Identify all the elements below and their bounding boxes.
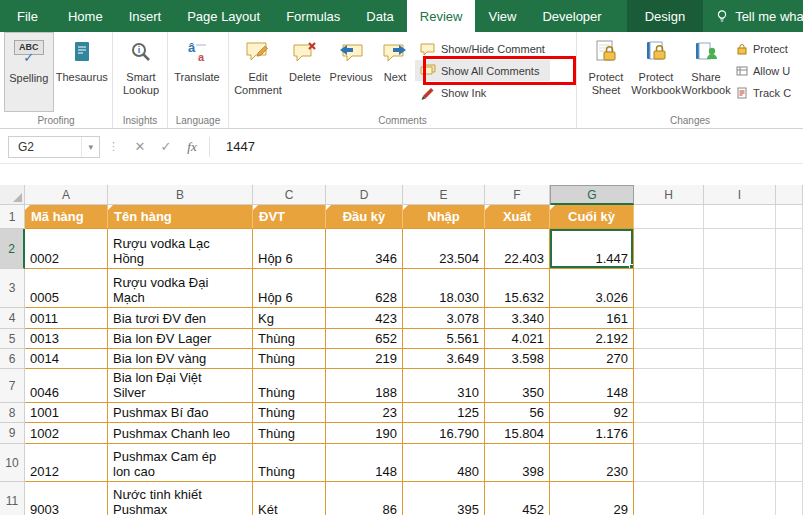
show-hide-comment-button[interactable]: Show/Hide Comment [415, 38, 550, 59]
protect-workbook-button[interactable]: Protect Workbook [631, 32, 681, 112]
protect-sheet-button[interactable]: Protect Sheet [581, 32, 631, 112]
row-header-1[interactable]: 1 [0, 205, 25, 229]
cell-D10[interactable]: 148 [326, 444, 403, 482]
cell-E5[interactable]: 5.561 [403, 329, 485, 349]
cell-D3[interactable]: 628 [326, 269, 403, 308]
row-header-9[interactable]: 9 [0, 423, 25, 444]
smart-lookup-button[interactable]: i Smart Lookup [117, 32, 165, 112]
spelling-button[interactable]: ABC ✓ Spelling [4, 32, 54, 112]
cell-C10[interactable]: Thùng [253, 444, 326, 482]
cell-J3[interactable] [776, 269, 803, 308]
cell-F2[interactable]: 22.403 [485, 229, 550, 269]
cell-A2[interactable]: 0002 [25, 229, 108, 269]
tell-me-box[interactable]: Tell me what you [703, 0, 803, 32]
track-changes-button[interactable]: Track C [731, 82, 796, 103]
cell-G2-selected[interactable]: 1.447 [550, 229, 634, 269]
cell-I1[interactable] [704, 205, 776, 229]
cell-C7[interactable]: Thùng [253, 369, 326, 403]
tab-design[interactable]: Design [627, 0, 703, 32]
next-comment-button[interactable]: Next [375, 32, 415, 112]
cell-A9[interactable]: 1002 [25, 423, 108, 444]
cell-F7[interactable]: 350 [485, 369, 550, 403]
cell-I3[interactable] [704, 269, 776, 308]
cell-G1[interactable]: Cuối kỳ [550, 205, 634, 229]
cell-B2[interactable]: Rượu vodka Lạc Hồng [108, 229, 253, 269]
cell-A6[interactable]: 0014 [25, 349, 108, 369]
show-all-comments-button[interactable]: Show All Comments [415, 60, 550, 81]
cell-A4[interactable]: 0011 [25, 308, 108, 329]
tab-formulas[interactable]: Formulas [273, 0, 353, 32]
col-header-G[interactable]: G [550, 185, 634, 205]
row-header-3[interactable]: 3 [0, 269, 25, 308]
cell-B1[interactable]: Tên hàng [108, 205, 253, 229]
cell-D1[interactable]: Đầu kỳ [326, 205, 403, 229]
cell-I4[interactable] [704, 308, 776, 329]
cell-H6[interactable] [634, 349, 704, 369]
cell-F6[interactable]: 3.598 [485, 349, 550, 369]
cell-C3[interactable]: Hộp 6 [253, 269, 326, 308]
cell-J10[interactable] [776, 444, 803, 482]
col-header-A[interactable]: A [25, 185, 108, 205]
cell-J6[interactable] [776, 349, 803, 369]
tab-developer[interactable]: Developer [529, 0, 614, 32]
cell-C5[interactable]: Thùng [253, 329, 326, 349]
col-header-F[interactable]: F [485, 185, 550, 205]
protect-shared-workbook-button[interactable]: Protect [731, 38, 796, 59]
row-header-7[interactable]: 7 [0, 369, 25, 403]
cell-J1[interactable] [776, 205, 803, 229]
cell-H11[interactable] [634, 482, 704, 515]
cell-I11[interactable] [704, 482, 776, 515]
cell-C2[interactable]: Hộp 6 [253, 229, 326, 269]
cell-F9[interactable]: 15.804 [485, 423, 550, 444]
cell-G5[interactable]: 2.192 [550, 329, 634, 349]
cell-D4[interactable]: 423 [326, 308, 403, 329]
select-all-button[interactable] [0, 185, 25, 205]
cell-B3[interactable]: Rượu vodka Đại Mạch [108, 269, 253, 308]
cell-E2[interactable]: 23.504 [403, 229, 485, 269]
col-header-I[interactable]: I [704, 185, 776, 205]
cell-H9[interactable] [634, 423, 704, 444]
cell-J2[interactable] [776, 229, 803, 269]
cell-C11[interactable]: Két [253, 482, 326, 515]
row-header-8[interactable]: 8 [0, 403, 25, 423]
cell-D9[interactable]: 190 [326, 423, 403, 444]
enter-button[interactable]: ✓ [153, 139, 179, 154]
cell-B7[interactable]: Bia lon Đại Việt Silver [108, 369, 253, 403]
thesaurus-button[interactable]: Thesaurus [54, 32, 110, 112]
cell-I10[interactable] [704, 444, 776, 482]
cell-E8[interactable]: 125 [403, 403, 485, 423]
cell-D2[interactable]: 346 [326, 229, 403, 269]
tab-review[interactable]: Review [407, 0, 476, 32]
cell-A5[interactable]: 0013 [25, 329, 108, 349]
previous-comment-button[interactable]: Previous [327, 32, 375, 112]
cell-H1[interactable] [634, 205, 704, 229]
formula-bar-resize-handle[interactable]: ⋮ [100, 140, 127, 153]
insert-function-button[interactable]: fx [179, 139, 205, 155]
cell-D5[interactable]: 652 [326, 329, 403, 349]
cell-C8[interactable]: Thùng [253, 403, 326, 423]
share-workbook-button[interactable]: Share Workbook [681, 32, 731, 112]
cell-E4[interactable]: 3.078 [403, 308, 485, 329]
cell-D7[interactable]: 188 [326, 369, 403, 403]
fill-handle[interactable] [629, 264, 634, 269]
cell-A8[interactable]: 1001 [25, 403, 108, 423]
allow-users-button[interactable]: Allow U [731, 60, 796, 81]
cell-G4[interactable]: 161 [550, 308, 634, 329]
row-header-5[interactable]: 5 [0, 329, 25, 349]
cell-H5[interactable] [634, 329, 704, 349]
name-box[interactable]: G2 ▾ [8, 136, 100, 158]
cell-J7[interactable] [776, 369, 803, 403]
cell-J11[interactable] [776, 482, 803, 515]
cell-F5[interactable]: 4.021 [485, 329, 550, 349]
cell-A3[interactable]: 0005 [25, 269, 108, 308]
cell-F3[interactable]: 15.632 [485, 269, 550, 308]
cell-A11[interactable]: 9003 [25, 482, 108, 515]
delete-comment-button[interactable]: Delete [283, 32, 327, 112]
cell-I7[interactable] [704, 369, 776, 403]
formula-input[interactable]: 1447 [226, 139, 255, 154]
cell-J8[interactable] [776, 403, 803, 423]
row-header-11[interactable]: 11 [0, 482, 25, 515]
col-header-E[interactable]: E [403, 185, 485, 205]
col-header-H[interactable]: H [634, 185, 704, 205]
cell-B5[interactable]: Bia lon ĐV Lager [108, 329, 253, 349]
